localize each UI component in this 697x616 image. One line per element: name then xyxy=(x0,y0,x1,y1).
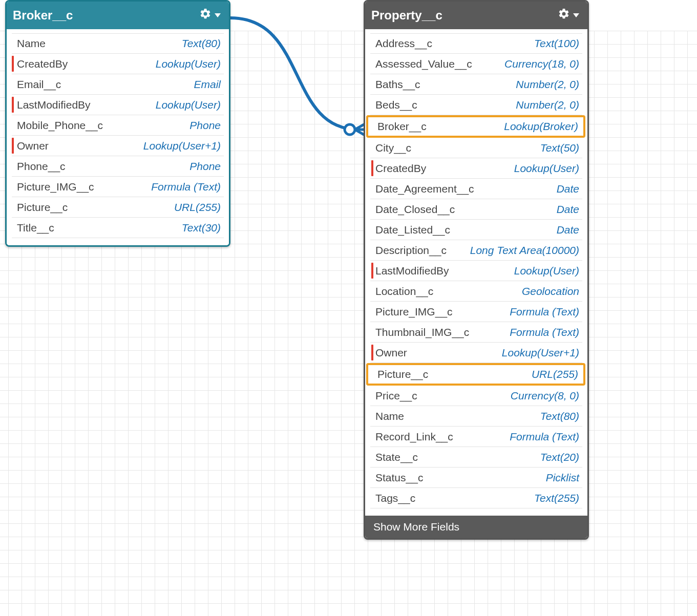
field-row[interactable]: Broker__cLookup(Broker) xyxy=(366,115,585,138)
field-name: Mobile_Phone__c xyxy=(13,119,103,132)
field-row[interactable]: Date_Closed__cDate xyxy=(370,199,582,220)
field-row[interactable]: OwnerLookup(User+1) xyxy=(12,136,224,156)
field-name: Picture_IMG__c xyxy=(371,306,453,318)
chevron-down-icon xyxy=(573,13,579,17)
field-row[interactable]: Title__cText(30) xyxy=(12,218,224,238)
field-row[interactable]: Address__cText(100) xyxy=(370,33,582,54)
field-row[interactable]: Picture__cURL(255) xyxy=(12,197,224,218)
field-name: Name xyxy=(13,37,46,50)
field-row[interactable]: Thumbnail_IMG__cFormula (Text) xyxy=(370,322,582,343)
field-type: Lookup(User+1) xyxy=(143,140,221,152)
field-type: Text(100) xyxy=(534,37,579,50)
field-name: Record_Link__c xyxy=(371,431,453,443)
field-type: Text(50) xyxy=(540,142,579,154)
field-row[interactable]: NameText(80) xyxy=(12,33,224,54)
field-name: Broker__c xyxy=(373,120,427,133)
field-row[interactable]: NameText(80) xyxy=(370,406,582,427)
field-name: LastModifiedBy xyxy=(13,99,91,111)
field-row[interactable]: Location__cGeolocation xyxy=(370,281,582,302)
field-type: Formula (Text) xyxy=(510,431,579,443)
field-type: Formula (Text) xyxy=(510,306,579,318)
field-name: Thumbnail_IMG__c xyxy=(371,326,469,338)
required-indicator xyxy=(12,138,14,154)
field-row[interactable]: LastModifiedByLookup(User) xyxy=(12,95,224,115)
field-name: Description__c xyxy=(371,244,447,257)
field-type: Email xyxy=(194,78,221,91)
field-type: Text(30) xyxy=(182,222,221,234)
card-body-property: Address__cText(100)Assessed_Value__cCurr… xyxy=(365,29,587,516)
field-type: Lookup(User) xyxy=(156,99,221,111)
gear-icon xyxy=(199,8,212,23)
field-row[interactable]: Email__cEmail xyxy=(12,74,224,95)
field-type: Currency(8, 0) xyxy=(511,390,579,402)
field-name: Name xyxy=(371,410,404,422)
card-title-property: Property__c xyxy=(371,8,442,23)
field-row[interactable]: Baths__cNumber(2, 0) xyxy=(370,74,582,95)
field-type: Lookup(User) xyxy=(156,58,221,70)
field-type: Formula (Text) xyxy=(510,326,579,338)
field-type: Lookup(Broker) xyxy=(504,120,578,133)
field-type: Formula (Text) xyxy=(151,181,221,193)
field-row[interactable]: LastModifiedByLookup(User) xyxy=(370,261,582,281)
field-name: Date_Agreement__c xyxy=(371,183,474,195)
field-row[interactable]: Tags__cText(255) xyxy=(370,488,582,508)
field-name: Date_Closed__c xyxy=(371,203,455,216)
object-card-property[interactable]: Property__c Address__cText(100)Assessed_… xyxy=(364,0,589,540)
field-name: Price__c xyxy=(371,390,417,402)
field-row[interactable]: Picture_IMG__cFormula (Text) xyxy=(370,302,582,322)
field-name: State__c xyxy=(371,451,418,463)
field-name: Picture__c xyxy=(13,201,68,214)
required-indicator xyxy=(371,160,373,176)
field-row[interactable]: City__cText(50) xyxy=(370,138,582,158)
chevron-down-icon xyxy=(215,13,221,17)
field-row[interactable]: CreatedByLookup(User) xyxy=(370,158,582,179)
field-name: CreatedBy xyxy=(13,58,68,70)
field-row[interactable]: State__cText(20) xyxy=(370,447,582,468)
card-menu-property[interactable] xyxy=(558,8,579,23)
field-type: Long Text Area(10000) xyxy=(470,244,579,257)
field-row[interactable]: CreatedByLookup(User) xyxy=(12,54,224,74)
field-type: Text(80) xyxy=(540,410,579,422)
field-row[interactable]: Status__cPicklist xyxy=(370,468,582,488)
field-name: Beds__c xyxy=(371,99,417,111)
field-row[interactable]: Assessed_Value__cCurrency(18, 0) xyxy=(370,54,582,74)
card-body-broker: NameText(80)CreatedByLookup(User)Email__… xyxy=(7,29,229,245)
field-type: Date xyxy=(557,224,579,236)
field-type: Currency(18, 0) xyxy=(504,58,579,70)
field-name: Status__c xyxy=(371,472,423,484)
field-name: Owner xyxy=(13,140,49,152)
field-row[interactable]: Record_Link__cFormula (Text) xyxy=(370,427,582,447)
field-row[interactable]: Phone__cPhone xyxy=(12,156,224,177)
field-type: Phone xyxy=(189,160,221,173)
field-type: Text(255) xyxy=(534,492,579,504)
field-row[interactable]: Picture__cURL(255) xyxy=(366,363,585,386)
card-title-broker: Broker__c xyxy=(13,8,73,23)
field-row[interactable]: Beds__cNumber(2, 0) xyxy=(370,95,582,115)
field-type: URL(255) xyxy=(174,201,221,214)
card-header-property[interactable]: Property__c xyxy=(365,2,587,29)
field-row[interactable]: Price__cCurrency(8, 0) xyxy=(370,386,582,406)
field-row[interactable]: Mobile_Phone__cPhone xyxy=(12,115,224,136)
show-more-fields-button[interactable]: Show More Fields xyxy=(365,516,587,538)
field-name: Assessed_Value__c xyxy=(371,58,472,70)
card-header-broker[interactable]: Broker__c xyxy=(7,2,229,29)
field-type: Number(2, 0) xyxy=(516,99,579,111)
field-row[interactable]: OwnerLookup(User+1) xyxy=(370,343,582,363)
field-name: Owner xyxy=(371,347,407,359)
field-name: Email__c xyxy=(13,78,61,91)
field-name: Location__c xyxy=(371,285,433,298)
field-type: Phone xyxy=(189,119,221,132)
field-name: Phone__c xyxy=(13,160,66,173)
field-row[interactable]: Picture_IMG__cFormula (Text) xyxy=(12,177,224,197)
required-indicator xyxy=(371,345,373,360)
field-type: Geolocation xyxy=(522,285,579,298)
field-row[interactable]: Description__cLong Text Area(10000) xyxy=(370,240,582,261)
card-menu-broker[interactable] xyxy=(199,8,221,23)
field-type: Text(20) xyxy=(540,451,579,463)
field-row[interactable]: Date_Listed__cDate xyxy=(370,220,582,240)
object-card-broker[interactable]: Broker__c NameText(80)CreatedByLookup(Us… xyxy=(5,0,230,247)
field-name: Tags__c xyxy=(371,492,415,504)
field-row[interactable]: Date_Agreement__cDate xyxy=(370,179,582,199)
field-name: Picture_IMG__c xyxy=(13,181,94,193)
field-name: Picture__c xyxy=(373,368,428,380)
